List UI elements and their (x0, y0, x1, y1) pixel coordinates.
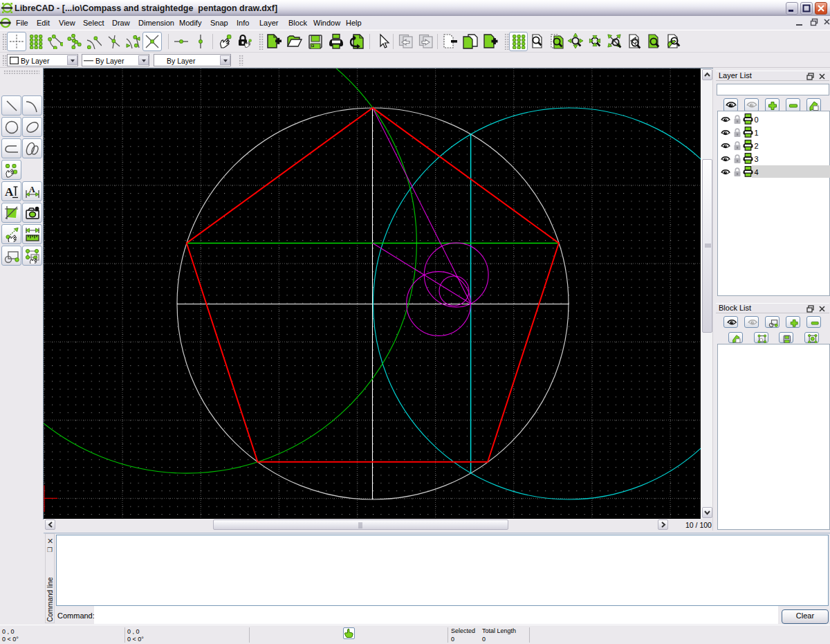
svg-text:A: A (29, 185, 35, 194)
svg-text:A: A (5, 185, 14, 199)
